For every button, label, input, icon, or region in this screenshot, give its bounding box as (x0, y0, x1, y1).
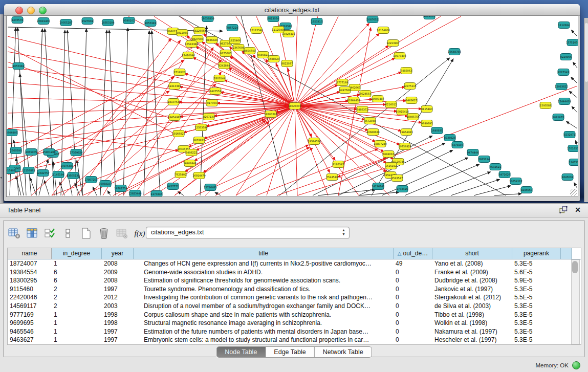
table-row[interactable]: 946554611997Estimation of the future num… (8, 327, 572, 336)
network-node[interactable]: 2522547 (391, 175, 403, 182)
network-node[interactable]: 15751074 (566, 39, 578, 46)
network-node[interactable]: 20691406 (37, 18, 50, 25)
delete-column-icon[interactable] (97, 227, 111, 240)
network-node[interactable]: 8427552 (210, 88, 221, 95)
network-node[interactable]: 1081655 (553, 114, 564, 121)
network-node[interactable]: 16914479 (192, 172, 205, 179)
network-node[interactable]: 19654923 (400, 129, 412, 136)
table-selector-dropdown[interactable]: citations_edges.txt ▲▼ (146, 227, 350, 239)
memory-status-indicator-icon[interactable] (572, 361, 580, 369)
network-node[interactable]: 17957253 (84, 177, 97, 183)
network-node[interactable]: 19384554 (308, 138, 320, 145)
table-row[interactable]: 1456911722003Disruption of a novel membe… (8, 302, 572, 311)
network-node[interactable]: 9227343 (558, 69, 569, 76)
network-node[interactable]: 9457771 (167, 183, 179, 190)
network-node[interactable]: 15901283 (42, 149, 55, 156)
network-node[interactable]: 1733426 (397, 186, 408, 192)
table-row[interactable]: 911546021997Tourette syndrome. Phenomeno… (8, 285, 572, 294)
network-node[interactable]: 8813054 (268, 16, 279, 22)
network-node[interactable]: 8267130 (203, 114, 214, 120)
select-columns-icon[interactable] (43, 227, 57, 240)
network-node[interactable]: 2935114 (478, 156, 490, 163)
network-node[interactable]: 7632621 (490, 164, 501, 170)
network-node[interactable]: 1853310 (311, 18, 322, 25)
network-node[interactable]: 1405578 (12, 17, 23, 24)
network-node[interactable]: 16154808 (377, 27, 389, 34)
network-node[interactable]: 9245032 (562, 174, 573, 181)
network-node[interactable]: 1593588 (540, 102, 551, 109)
network-node[interactable]: 12213967 (386, 40, 399, 47)
network-node[interactable]: 12342757 (36, 170, 49, 177)
network-node[interactable]: 1825466 (229, 37, 241, 44)
network-node[interactable]: 9463627 (406, 97, 417, 104)
network-node[interactable]: 12975115 (403, 83, 416, 90)
network-node[interactable]: 11156863 (22, 167, 35, 174)
network-node[interactable]: 9175685 (220, 50, 231, 57)
network-node[interactable]: 9474444 (467, 149, 478, 156)
network-node[interactable]: 10055287 (59, 19, 72, 26)
network-node[interactable]: 9115460 (421, 106, 432, 113)
network-node[interactable]: 7486372 (357, 106, 368, 113)
table-vertical-scrollbar[interactable] (571, 259, 580, 344)
window-titlebar[interactable]: citations_edges.txt (4, 4, 580, 16)
network-node[interactable]: 3684067 (383, 151, 394, 158)
network-node[interactable]: 12093822 (555, 83, 568, 90)
float-panel-icon[interactable] (559, 206, 568, 213)
network-node[interactable]: 18353104 (101, 19, 114, 26)
network-node[interactable]: 2560590 (10, 147, 21, 154)
network-node[interactable]: 8822037 (281, 60, 293, 67)
table-row[interactable]: 1830029562008Estimation of significance … (8, 276, 572, 285)
import-table-icon[interactable] (115, 227, 128, 240)
network-node[interactable]: 10756928 (398, 143, 411, 150)
network-node[interactable]: 18033809 (201, 16, 214, 22)
network-node[interactable]: 6479197 (452, 142, 463, 148)
network-node[interactable]: 7625402 (175, 171, 186, 178)
network-node[interactable]: 6216012 (385, 101, 397, 108)
network-node[interactable]: 20364436 (347, 97, 360, 104)
network-node[interactable]: 9446821 (257, 52, 269, 58)
network-node[interactable]: 14136141 (372, 183, 384, 190)
network-node[interactable]: 9242844 (219, 62, 230, 69)
network-node[interactable]: 2718120 (174, 69, 185, 76)
tab-network-table[interactable]: Network Table (315, 347, 372, 357)
network-node[interactable]: 7524518 (326, 174, 338, 181)
network-node[interactable]: 1588520 (268, 56, 279, 62)
network-node[interactable]: 7485063 (401, 68, 412, 74)
column-header-out_de…[interactable]: △out_de… (394, 248, 432, 259)
network-node[interactable]: 12444419 (558, 98, 571, 105)
network-node[interactable]: 9229966 (560, 54, 572, 60)
network-node[interactable]: 19654985 (168, 114, 181, 121)
network-node[interactable]: 10688639 (366, 129, 379, 136)
network-canvas[interactable]: 1872400714055782069140610055287152760218… (6, 15, 578, 197)
network-node[interactable]: 18807249 (374, 141, 386, 147)
network-node[interactable]: 1640935 (431, 127, 443, 134)
network-node[interactable]: 17359924 (70, 149, 82, 156)
network-node[interactable]: 13505135 (67, 172, 79, 179)
network-node[interactable]: 1615192 (385, 163, 397, 169)
table-row[interactable]: 969969511998Structural magnetic resonanc… (8, 319, 572, 327)
network-node[interactable]: 8454749 (244, 48, 255, 54)
resize-grip-icon[interactable] (570, 189, 577, 196)
table-scrollbar-thumb[interactable] (572, 261, 578, 273)
table-row[interactable]: 946362711997Embryonic stem cells: a mode… (8, 336, 572, 344)
network-node[interactable]: 10973493 (393, 53, 406, 59)
row-height-icon[interactable] (61, 227, 75, 240)
column-header-short[interactable]: short (432, 248, 512, 259)
network-node[interactable]: 18495756 (406, 114, 419, 120)
network-node[interactable]: 2055382 (13, 63, 24, 70)
network-node[interactable]: 917004 (206, 100, 217, 106)
right-scrollbar[interactable] (584, 18, 588, 202)
network-node[interactable]: 8678832 (193, 137, 205, 144)
network-node[interactable]: 1173346 (151, 191, 162, 197)
network-node[interactable]: 1112384 (558, 22, 570, 29)
network-node[interactable]: 15716485 (204, 184, 216, 191)
column-header-year[interactable]: year (102, 248, 134, 259)
network-node[interactable]: 6497568 (339, 87, 351, 94)
network-node[interactable]: 12213389 (168, 83, 181, 90)
column-header-in_degree[interactable]: in_degree (52, 248, 102, 259)
network-node[interactable]: 2803144 (214, 75, 225, 82)
network-node[interactable]: 9590101 (123, 17, 135, 24)
tab-edge-table[interactable]: Edge Table (266, 347, 314, 357)
network-node[interactable]: 2065905 (26, 149, 37, 156)
network-node[interactable]: 10975487 (60, 163, 73, 169)
